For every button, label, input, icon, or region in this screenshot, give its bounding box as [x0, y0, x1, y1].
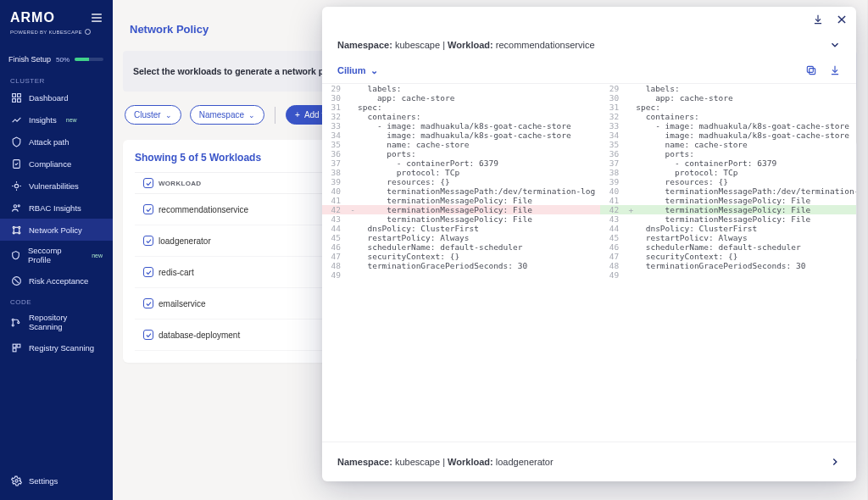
code-text: image: madhuakula/k8s-goat-cache-store	[358, 131, 600, 140]
registry-icon	[10, 342, 22, 353]
line-number: 36	[322, 149, 348, 158]
row-checkbox[interactable]	[143, 267, 153, 277]
nav-attack-path[interactable]: Attack path	[0, 131, 113, 153]
diff-line: 42+ terminationMessagePolicy: File	[600, 205, 856, 214]
menu-icon[interactable]	[91, 13, 103, 23]
row-checkbox[interactable]	[143, 330, 153, 340]
row-checkbox[interactable]	[143, 298, 153, 308]
svg-point-27	[18, 321, 19, 323]
line-number: 30	[322, 93, 348, 103]
line-number: 41	[600, 196, 626, 205]
select-all-checkbox[interactable]	[143, 178, 153, 188]
nav-vulnerabilities[interactable]: Vulnerabilities	[0, 175, 113, 197]
diff-line: 33 - image: madhuakula/k8s-goat-cache-st…	[600, 121, 856, 131]
line-number: 35	[600, 140, 626, 149]
code-text: ports:	[636, 149, 856, 158]
code-text: name: cache-store	[358, 140, 600, 149]
line-number: 47	[600, 252, 626, 261]
line-number: 34	[322, 131, 348, 140]
code-text: terminationMessagePolicy: File	[636, 196, 856, 205]
line-number: 44	[600, 224, 626, 233]
nav-repo-scan[interactable]: Repository Scanning	[0, 308, 113, 336]
copy-icon[interactable]	[805, 64, 817, 76]
line-number: 32	[322, 112, 348, 121]
line-number: 43	[322, 214, 348, 224]
code-text: protocol: TCp	[636, 168, 856, 177]
line-number: 47	[322, 252, 348, 261]
nav-registry-scan[interactable]: Registry Scanning	[0, 336, 113, 358]
diff-line: 47 securityContext: {}	[322, 252, 600, 261]
code-text: schedulerName: default-scheduler	[358, 242, 600, 252]
diff-line: 43 terminationMessagePolicy: File	[322, 214, 600, 224]
svg-point-8	[14, 184, 18, 187]
code-text: app: cache-store	[358, 93, 600, 103]
row-checkbox[interactable]	[143, 236, 153, 246]
compliance-icon	[10, 158, 22, 169]
line-number: 36	[600, 149, 626, 158]
code-text: terminationMessagePath:/dev/termination-…	[358, 186, 600, 196]
nav-seccomp[interactable]: Seccomp Profile new	[0, 241, 113, 269]
nav-compliance[interactable]: Compliance	[0, 153, 113, 175]
code-text: labels:	[358, 84, 600, 93]
svg-point-25	[13, 319, 14, 320]
diff-view[interactable]: 29 labels:30 app: cache-store31spec:32 c…	[322, 83, 856, 442]
diff-line: 48 terminationGracePeriodSeconds: 30	[322, 261, 600, 270]
row-checkbox[interactable]	[143, 204, 153, 214]
line-number: 45	[600, 233, 626, 242]
code-text: resources: {}	[636, 177, 856, 186]
diff-line: 37 - containerPort: 6379	[600, 158, 856, 168]
line-number: 46	[322, 242, 348, 252]
code-text: dnsPolicy: ClusterFirst	[358, 224, 600, 233]
svg-point-16	[18, 226, 19, 228]
code-text: terminationMessagePolicy: File	[358, 196, 600, 205]
download-all-icon[interactable]	[812, 14, 824, 25]
overlay-footer[interactable]: Namespace: kubescape | Workload: loadgen…	[322, 442, 856, 481]
policy-type-select[interactable]: Cilium⌄	[337, 65, 378, 76]
code-text: containers:	[358, 112, 600, 121]
finish-setup[interactable]: Finish Setup 50%	[0, 48, 113, 70]
nav-risk[interactable]: Risk Acceptance	[0, 269, 113, 292]
svg-point-14	[18, 204, 19, 206]
code-text: terminationGracePeriodSeconds: 30	[358, 261, 600, 270]
overlay-header-text: Namespace: kubescape | Workload: recomme…	[337, 40, 595, 50]
code-text: terminationMessagePolicy: File	[636, 214, 856, 224]
line-number: 39	[322, 177, 348, 186]
policy-overlay: Namespace: kubescape | Workload: recomme…	[322, 7, 856, 481]
svg-rect-36	[807, 66, 813, 72]
svg-point-31	[14, 479, 17, 481]
code-text: containers:	[636, 112, 856, 121]
nav-rbac[interactable]: RBAC Insights	[0, 197, 113, 219]
diff-line: 34 image: madhuakula/k8s-goat-cache-stor…	[600, 131, 856, 140]
download-icon[interactable]	[829, 64, 841, 76]
section-code: CODE	[0, 292, 113, 308]
svg-rect-6	[17, 98, 20, 102]
diff-line: 39 resources: {}	[600, 177, 856, 186]
overlay-header[interactable]: Namespace: kubescape | Workload: recomme…	[322, 7, 856, 61]
filter-cluster[interactable]: Cluster⌄	[125, 105, 181, 125]
settings-icon	[10, 475, 22, 486]
network-policy-icon	[10, 224, 22, 236]
diff-line: 49	[322, 270, 600, 280]
section-cluster: CLUSTER	[0, 70, 113, 86]
nav-insights[interactable]: Insights new	[0, 108, 113, 131]
line-number: 38	[600, 168, 626, 177]
close-icon[interactable]	[836, 14, 848, 25]
line-number: 33	[600, 121, 626, 131]
line-number: 40	[322, 186, 348, 196]
nav-dashboard[interactable]: Dashboard	[0, 86, 113, 108]
filter-namespace[interactable]: Namespace⌄	[190, 105, 264, 125]
nav-settings[interactable]: Settings	[0, 469, 113, 492]
nav-network-policy[interactable]: Network Policy	[0, 219, 113, 241]
svg-point-13	[14, 204, 16, 207]
chevron-down-icon[interactable]	[829, 39, 841, 51]
diff-line: 30 app: cache-store	[600, 93, 856, 103]
powered-by: POWERED BY KUBESCAPE	[0, 29, 113, 43]
diff-line: 47 securityContext: {}	[600, 252, 856, 261]
svg-point-15	[13, 226, 14, 228]
diff-line: 37 - containerPort: 6379	[322, 158, 600, 168]
chevron-right-icon[interactable]	[829, 456, 841, 468]
chevron-down-icon: ⌄	[165, 111, 172, 119]
brand-logo: ARMO	[10, 10, 55, 25]
line-number: 42	[322, 205, 348, 214]
line-number: 46	[600, 242, 626, 252]
